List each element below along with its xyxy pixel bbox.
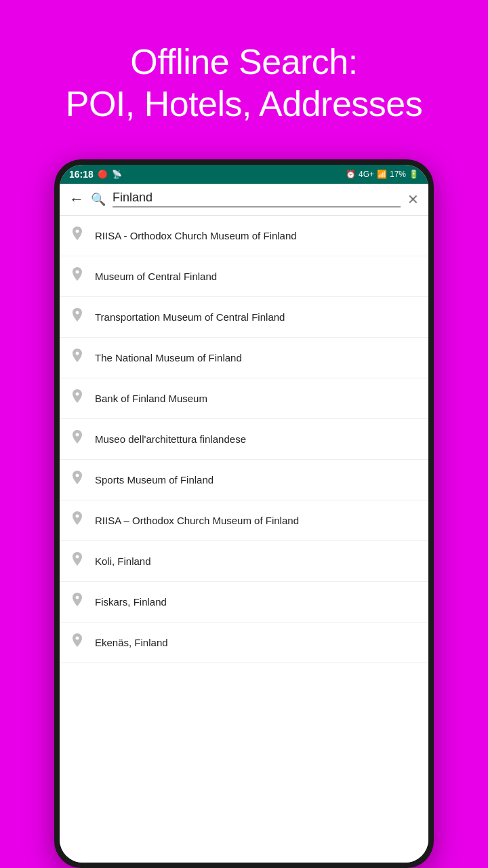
result-text: RIISA – Orthodox Church Museum of Finlan… bbox=[95, 514, 299, 528]
battery-icon: 🔋 bbox=[409, 170, 419, 179]
status-right: ⏰ 4G+ 📶 17% 🔋 bbox=[346, 170, 419, 179]
result-text: RIISA - Orthodox Church Museum of Finlan… bbox=[95, 229, 297, 243]
pin-icon bbox=[69, 267, 85, 285]
result-text: Fiskars, Finland bbox=[95, 595, 167, 609]
status-left: 16:18 🔴 📡 bbox=[69, 169, 122, 180]
search-icon: 🔍 bbox=[91, 192, 106, 207]
pin-icon bbox=[69, 633, 85, 652]
result-item-8[interactable]: RIISA – Orthodox Church Museum of Finlan… bbox=[60, 500, 428, 541]
result-item-3[interactable]: Transportation Museum of Central Finland bbox=[60, 297, 428, 338]
status-bar: 16:18 🔴 📡 ⏰ 4G+ 📶 17% 🔋 bbox=[60, 165, 428, 184]
result-text: The National Museum of Finland bbox=[95, 351, 242, 365]
result-item-5[interactable]: Bank of Finland Museum bbox=[60, 378, 428, 419]
result-text: Koli, Finland bbox=[95, 555, 151, 568]
pin-icon bbox=[69, 511, 85, 530]
back-button[interactable]: ← bbox=[69, 191, 84, 208]
network-type: 4G+ bbox=[359, 170, 374, 179]
result-item-9[interactable]: Koli, Finland bbox=[60, 541, 428, 582]
result-item-10[interactable]: Fiskars, Finland bbox=[60, 582, 428, 623]
result-item-7[interactable]: Sports Museum of Finland bbox=[60, 460, 428, 500]
search-underline bbox=[113, 206, 401, 208]
result-text: Transportation Museum of Central Finland bbox=[95, 311, 285, 324]
pin-icon bbox=[69, 226, 85, 245]
pin-icon bbox=[69, 552, 85, 570]
result-item-11[interactable]: Ekenäs, Finland bbox=[60, 623, 428, 663]
battery-level: 17% bbox=[390, 170, 406, 179]
pin-icon bbox=[69, 308, 85, 326]
pin-icon bbox=[69, 430, 85, 448]
pin-icon bbox=[69, 593, 85, 611]
status-app-icon: 🔴 bbox=[98, 170, 108, 179]
status-signal-icon: 📡 bbox=[112, 170, 122, 179]
result-item-1[interactable]: RIISA - Orthodox Church Museum of Finlan… bbox=[60, 216, 428, 256]
pin-icon bbox=[69, 349, 85, 367]
result-item-2[interactable]: Museum of Central Finland bbox=[60, 256, 428, 297]
pin-icon bbox=[69, 471, 85, 489]
search-input-container[interactable]: Finland bbox=[113, 191, 401, 208]
phone-screen: 16:18 🔴 📡 ⏰ 4G+ 📶 17% 🔋 ← 🔍 Finland ✕ bbox=[60, 165, 428, 863]
search-bar: ← 🔍 Finland ✕ bbox=[60, 184, 428, 216]
result-text: Museum of Central Finland bbox=[95, 270, 217, 283]
status-time: 16:18 bbox=[69, 169, 94, 180]
signal-bars-icon: 📶 bbox=[377, 170, 387, 179]
result-text: Ekenäs, Finland bbox=[95, 636, 168, 650]
hero-title: Offline Search: POI, Hotels, Addresses bbox=[66, 42, 423, 123]
results-list: RIISA - Orthodox Church Museum of Finlan… bbox=[60, 216, 428, 863]
phone-wrapper: 16:18 🔴 📡 ⏰ 4G+ 📶 17% 🔋 ← 🔍 Finland ✕ bbox=[54, 159, 434, 868]
search-query-text[interactable]: Finland bbox=[113, 191, 401, 205]
alarm-icon: ⏰ bbox=[346, 170, 356, 179]
result-item-4[interactable]: The National Museum of Finland bbox=[60, 338, 428, 378]
clear-button[interactable]: ✕ bbox=[407, 191, 419, 208]
pin-icon bbox=[69, 389, 85, 408]
result-text: Sports Museum of Finland bbox=[95, 473, 214, 487]
result-text: Museo dell'architettura finlandese bbox=[95, 433, 246, 446]
hero-section: Offline Search: POI, Hotels, Addresses bbox=[39, 0, 450, 159]
result-text: Bank of Finland Museum bbox=[95, 392, 207, 406]
result-item-6[interactable]: Museo dell'architettura finlandese bbox=[60, 419, 428, 460]
